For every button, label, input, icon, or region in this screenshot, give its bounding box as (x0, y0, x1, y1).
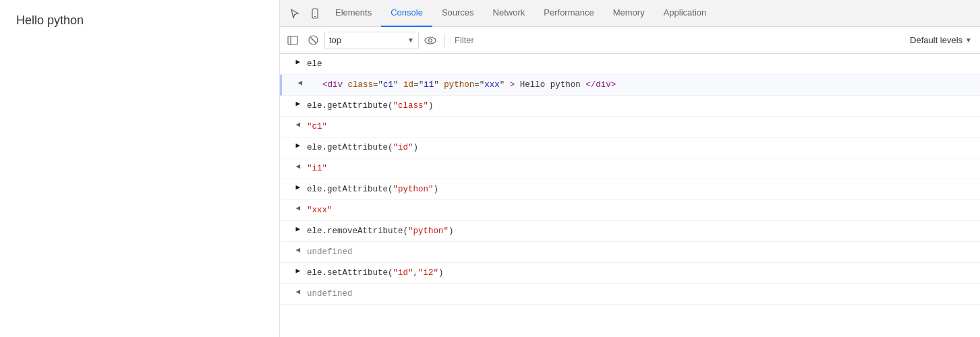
svg-rect-2 (288, 36, 297, 44)
row-content: "i1" (304, 160, 980, 177)
console-row: ▶ ele.getAttribute("python") (280, 179, 980, 200)
tab-application[interactable]: Application (654, 0, 716, 27)
tab-elements[interactable]: Elements (326, 0, 381, 27)
row-content: ele (304, 56, 980, 72)
console-output[interactable]: ▶ ele ◀ <div class="c1" id="i1" python="… (280, 54, 980, 337)
row-content: ele.getAttribute("python") (304, 181, 980, 197)
svg-line-5 (310, 38, 316, 43)
console-row: ▶ ele (280, 54, 980, 75)
console-row: ▶ ele.getAttribute("class") (280, 96, 980, 117)
console-row: ◀ "c1" (280, 117, 980, 137)
filter-input[interactable] (451, 35, 680, 45)
console-row: ◀ undefined (280, 242, 980, 263)
console-row: ▶ ele.getAttribute("id") (280, 137, 980, 158)
back-arrow: ◀ (280, 160, 304, 171)
tab-memory[interactable]: Memory (604, 0, 654, 27)
console-row: ◀ "xxx" (280, 200, 980, 221)
web-page-area: Hello python (0, 0, 280, 337)
back-arrow: ◀ (282, 77, 306, 87)
sidebar-toggle-btn[interactable] (284, 32, 301, 49)
chevron-down-icon: ▼ (407, 36, 414, 44)
eye-icon-btn[interactable] (422, 32, 439, 49)
expand-arrow[interactable]: ▶ (280, 265, 304, 275)
chevron-down-icon: ▼ (965, 36, 972, 44)
back-arrow: ◀ (280, 286, 304, 296)
row-content: ele.getAttribute("class") (304, 98, 980, 114)
default-levels-btn[interactable]: Default levels ▼ (906, 35, 976, 45)
console-row: ◀ "i1" (280, 158, 980, 179)
expand-arrow[interactable]: ▶ (280, 140, 304, 150)
tab-network[interactable]: Network (484, 0, 535, 27)
svg-point-6 (425, 37, 436, 44)
tab-performance[interactable]: Performance (534, 0, 603, 27)
expand-arrow[interactable]: ▶ (280, 223, 304, 233)
clear-console-btn[interactable] (304, 32, 322, 49)
tabs-bar: Elements Console Sources Network Perform… (280, 0, 980, 27)
row-content: undefined (304, 286, 980, 302)
row-content: "c1" (304, 119, 980, 135)
expand-arrow[interactable]: ▶ (280, 98, 304, 108)
page-title: Hello python (16, 13, 84, 28)
devtools-panel: Elements Console Sources Network Perform… (280, 0, 980, 337)
mobile-icon-btn[interactable] (306, 4, 324, 23)
back-arrow: ◀ (280, 202, 304, 212)
console-row: ▶ ele.removeAttribute("python") (280, 221, 980, 242)
console-row: ◀ <div class="c1" id="i1" python="xxx" >… (280, 75, 980, 96)
tab-sources[interactable]: Sources (432, 0, 484, 27)
cursor-icon-btn[interactable] (285, 4, 304, 23)
back-arrow: ◀ (280, 119, 304, 129)
console-toolbar: top ▼ Default levels ▼ (280, 27, 980, 54)
context-selector[interactable]: top ▼ (324, 32, 419, 49)
console-row: ▶ ele.setAttribute("id","i2") (280, 263, 980, 284)
row-content: ele.getAttribute("id") (304, 140, 980, 156)
tab-console[interactable]: Console (381, 0, 432, 27)
row-content: ele.removeAttribute("python") (304, 223, 980, 239)
expand-arrow[interactable]: ▶ (280, 56, 304, 66)
row-content: undefined (304, 244, 980, 260)
row-content: <div class="c1" id="i1" python="xxx" > H… (306, 77, 980, 93)
back-arrow: ◀ (280, 244, 304, 254)
row-content: ele.setAttribute("id","i2") (304, 265, 980, 281)
svg-point-7 (429, 38, 432, 42)
console-row: ◀ undefined (280, 284, 980, 305)
row-content: "xxx" (304, 202, 980, 218)
expand-arrow[interactable]: ▶ (280, 181, 304, 191)
